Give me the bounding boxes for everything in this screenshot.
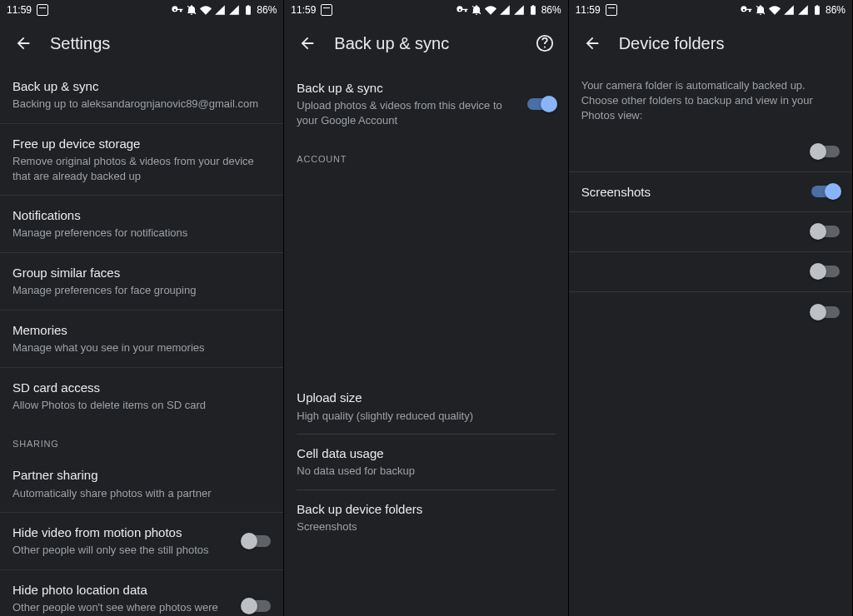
status-bar: 11:59 86% bbox=[0, 0, 283, 20]
item-partner-sharing[interactable]: Partner sharing Automatically share phot… bbox=[0, 455, 283, 513]
item-sub: Manage preferences for notifications bbox=[12, 226, 271, 241]
wifi-icon bbox=[769, 4, 781, 16]
status-bar: 11:59 86% bbox=[284, 0, 567, 20]
dnd-icon bbox=[186, 4, 197, 16]
folder-row[interactable] bbox=[569, 212, 852, 252]
item-title: Back up & sync bbox=[297, 80, 518, 97]
appbar: Settings bbox=[0, 20, 283, 67]
item-title: Back up device folders bbox=[297, 501, 555, 518]
back-button[interactable] bbox=[291, 27, 324, 60]
folder-row[interactable] bbox=[569, 292, 852, 332]
dnd-icon bbox=[471, 4, 482, 16]
status-bar: 11:59 86% bbox=[569, 0, 852, 20]
battery-percent: 86% bbox=[826, 4, 846, 16]
item-title: Group similar faces bbox=[12, 265, 271, 281]
item-sub: Other people won't see where photos were… bbox=[12, 600, 234, 616]
sharing-header: SHARING bbox=[0, 424, 283, 455]
hide-video-switch[interactable] bbox=[242, 535, 271, 547]
item-sub: Upload photos & videos from this device … bbox=[297, 98, 518, 127]
hide-location-switch[interactable] bbox=[242, 600, 271, 612]
account-area bbox=[284, 171, 567, 379]
help-icon bbox=[536, 34, 554, 52]
folder-switch[interactable] bbox=[811, 266, 840, 277]
item-title: Partner sharing bbox=[12, 467, 271, 484]
item-sd-card[interactable]: SD card access Allow Photos to delete it… bbox=[0, 368, 283, 425]
item-title: Upload size bbox=[297, 390, 555, 406]
signal-2-icon bbox=[228, 4, 240, 16]
item-title: Cell data usage bbox=[297, 445, 555, 462]
item-notifications[interactable]: Notifications Manage preferences for not… bbox=[0, 196, 283, 253]
item-sub: High quality (slightly reduced quality) bbox=[297, 409, 555, 424]
status-time: 11:59 bbox=[576, 4, 601, 16]
signal-1-icon bbox=[499, 4, 511, 16]
signal-2-icon bbox=[797, 4, 809, 16]
item-memories[interactable]: Memories Manage what you see in your mem… bbox=[0, 310, 283, 368]
appbar: Device folders bbox=[569, 20, 852, 67]
item-backup-sync[interactable]: Back up & sync Backing up to aleksandaro… bbox=[0, 67, 283, 124]
battery-percent: 86% bbox=[541, 4, 561, 16]
item-device-folders[interactable]: Back up device folders Screenshots bbox=[297, 490, 555, 545]
description: Your camera folder is automatically back… bbox=[569, 67, 852, 132]
help-button[interactable] bbox=[528, 27, 561, 60]
back-button[interactable] bbox=[7, 27, 40, 60]
item-sub: Automatically share photos with a partne… bbox=[12, 486, 271, 501]
item-title: SD card access bbox=[12, 380, 271, 396]
item-sub: Screenshots bbox=[297, 519, 555, 534]
wifi-icon bbox=[485, 4, 496, 16]
item-sub: Other people will only see the still pho… bbox=[12, 543, 234, 558]
vpn-key-icon bbox=[741, 4, 752, 16]
status-time: 11:59 bbox=[7, 4, 32, 16]
wifi-icon bbox=[200, 4, 212, 16]
item-sub: Manage preferences for face grouping bbox=[12, 283, 271, 298]
item-title: Hide video from motion photos bbox=[12, 524, 234, 541]
item-title: Memories bbox=[12, 322, 271, 339]
folder-row-screenshots[interactable]: Screenshots bbox=[569, 172, 852, 212]
folder-label: Screenshots bbox=[581, 185, 651, 199]
item-sub: Remove original photos & videos from you… bbox=[12, 154, 271, 183]
item-cell-data[interactable]: Cell data usage No data used for backup bbox=[297, 435, 555, 490]
item-sub: Backing up to aleksandarognjanovic89@gma… bbox=[12, 97, 271, 112]
date-icon bbox=[321, 4, 332, 16]
item-sub: No data used for backup bbox=[297, 464, 555, 479]
item-upload-size[interactable]: Upload size High quality (slightly reduc… bbox=[297, 379, 555, 435]
item-title: Free up device storage bbox=[12, 136, 271, 152]
signal-1-icon bbox=[783, 4, 795, 16]
signal-1-icon bbox=[214, 4, 226, 16]
item-title: Notifications bbox=[12, 207, 271, 224]
arrow-back-icon bbox=[14, 34, 32, 52]
status-time: 11:59 bbox=[291, 4, 316, 16]
back-button[interactable] bbox=[576, 27, 609, 60]
date-icon bbox=[606, 4, 617, 16]
item-hide-location[interactable]: Hide photo location data Other people wo… bbox=[0, 570, 283, 616]
item-title: Hide photo location data bbox=[12, 582, 234, 599]
item-title: Back up & sync bbox=[12, 78, 271, 95]
item-group-faces[interactable]: Group similar faces Manage preferences f… bbox=[0, 253, 283, 310]
item-sub: Manage what you see in your memories bbox=[12, 340, 271, 355]
vpn-key-icon bbox=[456, 4, 468, 16]
item-hide-video[interactable]: Hide video from motion photos Other peop… bbox=[0, 513, 283, 570]
account-header: ACCOUNT bbox=[284, 139, 567, 171]
backup-sync-switch[interactable] bbox=[527, 98, 556, 110]
device-folders-panel: 11:59 86% Device folders Your camera fol… bbox=[569, 0, 853, 616]
backup-sync-toggle-row[interactable]: Back up & sync Upload photos & videos fr… bbox=[284, 68, 567, 139]
arrow-back-icon bbox=[583, 34, 601, 52]
battery-icon bbox=[527, 4, 539, 16]
folder-row[interactable] bbox=[569, 252, 852, 292]
item-sub: Allow Photos to delete items on SD card bbox=[12, 398, 271, 413]
date-icon bbox=[37, 4, 48, 16]
battery-icon bbox=[811, 4, 823, 16]
folder-switch[interactable] bbox=[811, 226, 840, 237]
signal-2-icon bbox=[513, 4, 525, 16]
battery-icon bbox=[242, 4, 254, 16]
folder-row[interactable] bbox=[569, 132, 852, 172]
folder-switch[interactable] bbox=[811, 306, 840, 318]
vpn-key-icon bbox=[172, 4, 183, 16]
page-title: Device folders bbox=[619, 34, 725, 53]
settings-panel: 11:59 86% Settings Back up & sync Backin… bbox=[0, 0, 284, 616]
folder-switch[interactable] bbox=[811, 186, 840, 197]
appbar: Back up & sync bbox=[284, 20, 567, 67]
dnd-icon bbox=[755, 4, 766, 16]
item-free-storage[interactable]: Free up device storage Remove original p… bbox=[0, 124, 283, 196]
folder-switch[interactable] bbox=[811, 146, 840, 157]
backup-sync-panel: 11:59 86% Back up & sync Back up & sync … bbox=[284, 0, 568, 616]
